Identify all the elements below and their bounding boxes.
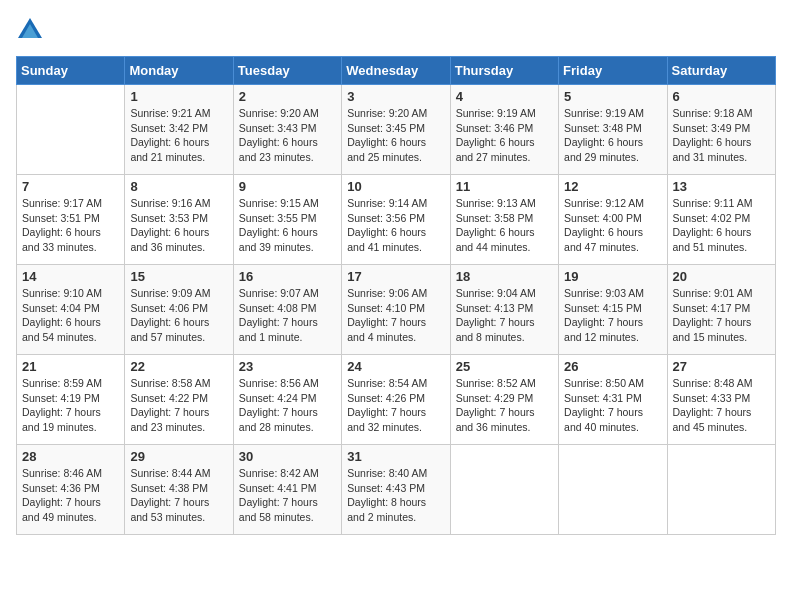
calendar-cell [450, 445, 558, 535]
cell-info: Sunrise: 9:12 AMSunset: 4:00 PMDaylight:… [564, 196, 661, 255]
cell-info: Sunrise: 8:54 AMSunset: 4:26 PMDaylight:… [347, 376, 444, 435]
day-number: 28 [22, 449, 119, 464]
calendar-cell: 3Sunrise: 9:20 AMSunset: 3:45 PMDaylight… [342, 85, 450, 175]
day-number: 24 [347, 359, 444, 374]
cell-info: Sunrise: 9:17 AMSunset: 3:51 PMDaylight:… [22, 196, 119, 255]
column-header-tuesday: Tuesday [233, 57, 341, 85]
calendar-cell: 24Sunrise: 8:54 AMSunset: 4:26 PMDayligh… [342, 355, 450, 445]
column-header-friday: Friday [559, 57, 667, 85]
calendar-cell: 13Sunrise: 9:11 AMSunset: 4:02 PMDayligh… [667, 175, 775, 265]
day-number: 14 [22, 269, 119, 284]
cell-info: Sunrise: 9:15 AMSunset: 3:55 PMDaylight:… [239, 196, 336, 255]
calendar-cell: 12Sunrise: 9:12 AMSunset: 4:00 PMDayligh… [559, 175, 667, 265]
calendar-header: SundayMondayTuesdayWednesdayThursdayFrid… [17, 57, 776, 85]
day-number: 9 [239, 179, 336, 194]
day-number: 10 [347, 179, 444, 194]
calendar-cell: 8Sunrise: 9:16 AMSunset: 3:53 PMDaylight… [125, 175, 233, 265]
day-number: 4 [456, 89, 553, 104]
cell-info: Sunrise: 8:46 AMSunset: 4:36 PMDaylight:… [22, 466, 119, 525]
cell-info: Sunrise: 9:09 AMSunset: 4:06 PMDaylight:… [130, 286, 227, 345]
calendar-cell: 28Sunrise: 8:46 AMSunset: 4:36 PMDayligh… [17, 445, 125, 535]
cell-info: Sunrise: 9:19 AMSunset: 3:48 PMDaylight:… [564, 106, 661, 165]
calendar-week-5: 28Sunrise: 8:46 AMSunset: 4:36 PMDayligh… [17, 445, 776, 535]
day-number: 5 [564, 89, 661, 104]
cell-info: Sunrise: 9:04 AMSunset: 4:13 PMDaylight:… [456, 286, 553, 345]
cell-info: Sunrise: 9:13 AMSunset: 3:58 PMDaylight:… [456, 196, 553, 255]
calendar-cell: 2Sunrise: 9:20 AMSunset: 3:43 PMDaylight… [233, 85, 341, 175]
logo-icon [16, 16, 44, 44]
day-number: 29 [130, 449, 227, 464]
day-number: 26 [564, 359, 661, 374]
cell-info: Sunrise: 9:10 AMSunset: 4:04 PMDaylight:… [22, 286, 119, 345]
day-number: 21 [22, 359, 119, 374]
day-number: 27 [673, 359, 770, 374]
calendar-cell: 27Sunrise: 8:48 AMSunset: 4:33 PMDayligh… [667, 355, 775, 445]
cell-info: Sunrise: 9:01 AMSunset: 4:17 PMDaylight:… [673, 286, 770, 345]
column-header-thursday: Thursday [450, 57, 558, 85]
day-number: 19 [564, 269, 661, 284]
calendar-cell: 23Sunrise: 8:56 AMSunset: 4:24 PMDayligh… [233, 355, 341, 445]
logo [16, 16, 48, 44]
calendar-body: 1Sunrise: 9:21 AMSunset: 3:42 PMDaylight… [17, 85, 776, 535]
calendar-cell: 11Sunrise: 9:13 AMSunset: 3:58 PMDayligh… [450, 175, 558, 265]
calendar-cell: 15Sunrise: 9:09 AMSunset: 4:06 PMDayligh… [125, 265, 233, 355]
column-header-monday: Monday [125, 57, 233, 85]
calendar-cell [559, 445, 667, 535]
calendar-cell: 20Sunrise: 9:01 AMSunset: 4:17 PMDayligh… [667, 265, 775, 355]
calendar-cell: 16Sunrise: 9:07 AMSunset: 4:08 PMDayligh… [233, 265, 341, 355]
cell-info: Sunrise: 8:44 AMSunset: 4:38 PMDaylight:… [130, 466, 227, 525]
day-number: 8 [130, 179, 227, 194]
day-number: 30 [239, 449, 336, 464]
day-number: 31 [347, 449, 444, 464]
cell-info: Sunrise: 8:58 AMSunset: 4:22 PMDaylight:… [130, 376, 227, 435]
cell-info: Sunrise: 8:52 AMSunset: 4:29 PMDaylight:… [456, 376, 553, 435]
cell-info: Sunrise: 8:48 AMSunset: 4:33 PMDaylight:… [673, 376, 770, 435]
day-number: 18 [456, 269, 553, 284]
calendar-cell: 14Sunrise: 9:10 AMSunset: 4:04 PMDayligh… [17, 265, 125, 355]
cell-info: Sunrise: 9:06 AMSunset: 4:10 PMDaylight:… [347, 286, 444, 345]
calendar-cell: 30Sunrise: 8:42 AMSunset: 4:41 PMDayligh… [233, 445, 341, 535]
day-number: 23 [239, 359, 336, 374]
calendar-cell: 6Sunrise: 9:18 AMSunset: 3:49 PMDaylight… [667, 85, 775, 175]
cell-info: Sunrise: 9:20 AMSunset: 3:43 PMDaylight:… [239, 106, 336, 165]
cell-info: Sunrise: 8:42 AMSunset: 4:41 PMDaylight:… [239, 466, 336, 525]
calendar-cell: 5Sunrise: 9:19 AMSunset: 3:48 PMDaylight… [559, 85, 667, 175]
calendar-cell: 17Sunrise: 9:06 AMSunset: 4:10 PMDayligh… [342, 265, 450, 355]
page-header [16, 16, 776, 44]
calendar-cell: 22Sunrise: 8:58 AMSunset: 4:22 PMDayligh… [125, 355, 233, 445]
day-number: 12 [564, 179, 661, 194]
day-number: 11 [456, 179, 553, 194]
calendar-cell: 9Sunrise: 9:15 AMSunset: 3:55 PMDaylight… [233, 175, 341, 265]
column-header-saturday: Saturday [667, 57, 775, 85]
day-number: 3 [347, 89, 444, 104]
calendar-week-3: 14Sunrise: 9:10 AMSunset: 4:04 PMDayligh… [17, 265, 776, 355]
day-number: 25 [456, 359, 553, 374]
cell-info: Sunrise: 9:14 AMSunset: 3:56 PMDaylight:… [347, 196, 444, 255]
calendar-week-1: 1Sunrise: 9:21 AMSunset: 3:42 PMDaylight… [17, 85, 776, 175]
cell-info: Sunrise: 8:59 AMSunset: 4:19 PMDaylight:… [22, 376, 119, 435]
cell-info: Sunrise: 9:03 AMSunset: 4:15 PMDaylight:… [564, 286, 661, 345]
day-number: 1 [130, 89, 227, 104]
cell-info: Sunrise: 8:40 AMSunset: 4:43 PMDaylight:… [347, 466, 444, 525]
calendar-week-4: 21Sunrise: 8:59 AMSunset: 4:19 PMDayligh… [17, 355, 776, 445]
day-number: 13 [673, 179, 770, 194]
day-number: 7 [22, 179, 119, 194]
calendar-cell: 26Sunrise: 8:50 AMSunset: 4:31 PMDayligh… [559, 355, 667, 445]
calendar-cell [17, 85, 125, 175]
day-number: 15 [130, 269, 227, 284]
calendar-cell: 18Sunrise: 9:04 AMSunset: 4:13 PMDayligh… [450, 265, 558, 355]
day-number: 22 [130, 359, 227, 374]
calendar-cell: 7Sunrise: 9:17 AMSunset: 3:51 PMDaylight… [17, 175, 125, 265]
cell-info: Sunrise: 9:19 AMSunset: 3:46 PMDaylight:… [456, 106, 553, 165]
calendar-cell: 21Sunrise: 8:59 AMSunset: 4:19 PMDayligh… [17, 355, 125, 445]
day-number: 17 [347, 269, 444, 284]
calendar-cell [667, 445, 775, 535]
calendar-cell: 29Sunrise: 8:44 AMSunset: 4:38 PMDayligh… [125, 445, 233, 535]
cell-info: Sunrise: 9:21 AMSunset: 3:42 PMDaylight:… [130, 106, 227, 165]
calendar-cell: 31Sunrise: 8:40 AMSunset: 4:43 PMDayligh… [342, 445, 450, 535]
calendar-cell: 4Sunrise: 9:19 AMSunset: 3:46 PMDaylight… [450, 85, 558, 175]
cell-info: Sunrise: 9:20 AMSunset: 3:45 PMDaylight:… [347, 106, 444, 165]
column-header-wednesday: Wednesday [342, 57, 450, 85]
cell-info: Sunrise: 9:16 AMSunset: 3:53 PMDaylight:… [130, 196, 227, 255]
calendar-cell: 10Sunrise: 9:14 AMSunset: 3:56 PMDayligh… [342, 175, 450, 265]
